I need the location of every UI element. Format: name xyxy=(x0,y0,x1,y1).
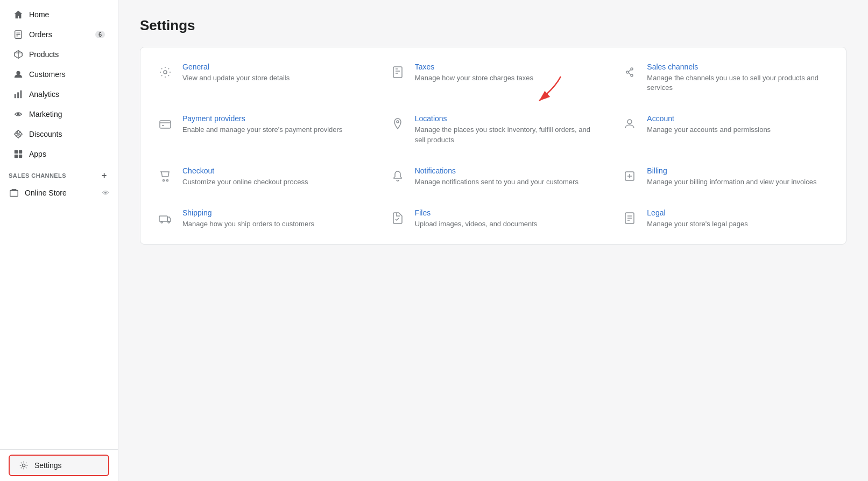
files-title: Files xyxy=(415,208,538,217)
sales-channels-title: Sales channels xyxy=(647,62,831,71)
location-icon xyxy=(388,114,407,134)
settings-item-files[interactable]: Files Upload images, videos, and documen… xyxy=(377,198,610,240)
settings-item-general[interactable]: General View and update your store detai… xyxy=(145,52,377,103)
payment-desc: Enable and manage your store's payment p… xyxy=(182,125,342,135)
checkout-title: Checkout xyxy=(182,166,308,175)
legal-title: Legal xyxy=(647,208,747,217)
svg-rect-9 xyxy=(17,92,19,98)
checkout-icon xyxy=(156,166,175,186)
svg-rect-8 xyxy=(15,94,16,98)
account-desc: Manage your accounts and permissions xyxy=(647,125,771,135)
billing-icon xyxy=(620,166,639,186)
notifications-title: Notifications xyxy=(415,166,578,175)
svg-rect-22 xyxy=(393,67,402,78)
svg-rect-15 xyxy=(15,150,18,154)
legal-icon xyxy=(620,208,639,228)
settings-item-payment-providers[interactable]: Payment providers Enable and manage your… xyxy=(145,103,377,155)
settings-item-taxes[interactable]: Taxes Manage how your store charges taxe… xyxy=(377,52,610,103)
shipping-icon xyxy=(156,208,175,228)
sidebar-bottom: Settings xyxy=(0,449,118,481)
svg-point-21 xyxy=(164,71,167,74)
payment-title: Payment providers xyxy=(182,114,342,123)
marketing-icon xyxy=(13,109,24,120)
svg-point-35 xyxy=(627,120,632,124)
eye-icon[interactable]: 👁 xyxy=(102,189,109,197)
billing-desc: Manage your billing information and view… xyxy=(647,177,816,187)
settings-item-account[interactable]: Account Manage your accounts and permiss… xyxy=(609,103,842,155)
svg-point-11 xyxy=(17,113,19,115)
svg-rect-42 xyxy=(159,216,167,221)
notifications-desc: Manage notifications sent to you and you… xyxy=(415,177,578,187)
add-sales-channel-button[interactable]: + xyxy=(100,171,109,180)
customers-icon xyxy=(13,69,24,80)
settings-item-locations[interactable]: Locations Manage the places you stock in… xyxy=(377,103,610,155)
home-icon xyxy=(13,9,24,20)
svg-point-37 xyxy=(167,179,168,181)
account-title: Account xyxy=(647,114,771,123)
svg-line-29 xyxy=(629,73,631,75)
settings-icon xyxy=(18,460,29,471)
discounts-icon xyxy=(13,129,24,140)
svg-point-36 xyxy=(163,179,165,181)
notifications-icon xyxy=(388,166,407,186)
analytics-icon xyxy=(13,89,24,100)
account-icon xyxy=(620,114,639,134)
billing-title: Billing xyxy=(647,166,816,175)
taxes-desc: Manage how your store charges taxes xyxy=(415,73,533,83)
svg-point-43 xyxy=(161,221,163,223)
sidebar-item-apps[interactable]: Apps xyxy=(4,144,114,164)
sidebar-item-analytics[interactable]: Analytics xyxy=(4,85,114,104)
taxes-title: Taxes xyxy=(415,62,533,71)
svg-line-28 xyxy=(629,70,631,72)
general-icon xyxy=(156,62,175,82)
svg-point-33 xyxy=(397,121,399,123)
main-content: Settings General View and update your st… xyxy=(118,0,868,481)
shipping-desc: Manage how you ship orders to customers xyxy=(182,219,314,229)
svg-point-7 xyxy=(16,71,20,75)
sidebar-item-customers[interactable]: Customers xyxy=(4,65,114,84)
sales-channels-icon xyxy=(620,62,639,82)
sidebar-item-orders[interactable]: Orders 6 xyxy=(4,25,114,44)
settings-item-shipping[interactable]: Shipping Manage how you ship orders to c… xyxy=(145,198,377,240)
sidebar-item-marketing[interactable]: Marketing xyxy=(4,104,114,124)
sidebar-item-discounts[interactable]: Discounts xyxy=(4,124,114,144)
settings-item-notifications[interactable]: Notifications Manage notifications sent … xyxy=(377,156,610,198)
svg-point-44 xyxy=(168,221,170,223)
orders-icon xyxy=(13,29,24,40)
svg-rect-16 xyxy=(19,150,22,154)
svg-point-26 xyxy=(631,68,633,70)
page-title: Settings xyxy=(140,17,846,34)
svg-point-25 xyxy=(626,71,629,73)
products-icon xyxy=(13,49,24,60)
general-title: General xyxy=(182,62,290,71)
settings-item-checkout[interactable]: Checkout Customize your online checkout … xyxy=(145,156,377,198)
settings-grid: General View and update your store detai… xyxy=(140,47,846,245)
files-desc: Upload images, videos, and documents xyxy=(415,219,538,229)
svg-rect-30 xyxy=(160,121,171,128)
settings-item-billing[interactable]: Billing Manage your billing information … xyxy=(609,156,842,198)
svg-rect-19 xyxy=(10,191,18,197)
locations-desc: Manage the places you stock inventory, f… xyxy=(415,125,599,144)
svg-point-27 xyxy=(631,74,633,76)
sales-channels-desc: Manage the channels you use to sell your… xyxy=(647,73,831,93)
apps-icon xyxy=(13,149,24,159)
sidebar-item-settings[interactable]: Settings xyxy=(9,455,109,476)
sidebar-item-online-store[interactable]: Online Store 👁 xyxy=(0,183,118,203)
shipping-title: Shipping xyxy=(182,208,314,217)
sidebar-item-home[interactable]: Home xyxy=(4,5,114,24)
settings-item-sales-channels[interactable]: Sales channels Manage the channels you u… xyxy=(609,52,842,103)
svg-point-20 xyxy=(22,464,25,466)
sidebar: Home Orders 6 Products Customers A xyxy=(0,0,118,481)
sidebar-item-products[interactable]: Products xyxy=(4,45,114,64)
svg-rect-10 xyxy=(20,90,22,98)
taxes-icon xyxy=(388,62,407,82)
online-store-icon xyxy=(9,187,19,198)
general-desc: View and update your store details xyxy=(182,73,290,83)
orders-badge: 6 xyxy=(95,31,105,38)
legal-desc: Manage your store's legal pages xyxy=(647,219,747,229)
payment-icon xyxy=(156,114,175,134)
settings-item-legal[interactable]: Legal Manage your store's legal pages xyxy=(609,198,842,240)
svg-rect-18 xyxy=(19,155,22,158)
files-icon xyxy=(388,208,407,228)
locations-title: Locations xyxy=(415,114,599,123)
